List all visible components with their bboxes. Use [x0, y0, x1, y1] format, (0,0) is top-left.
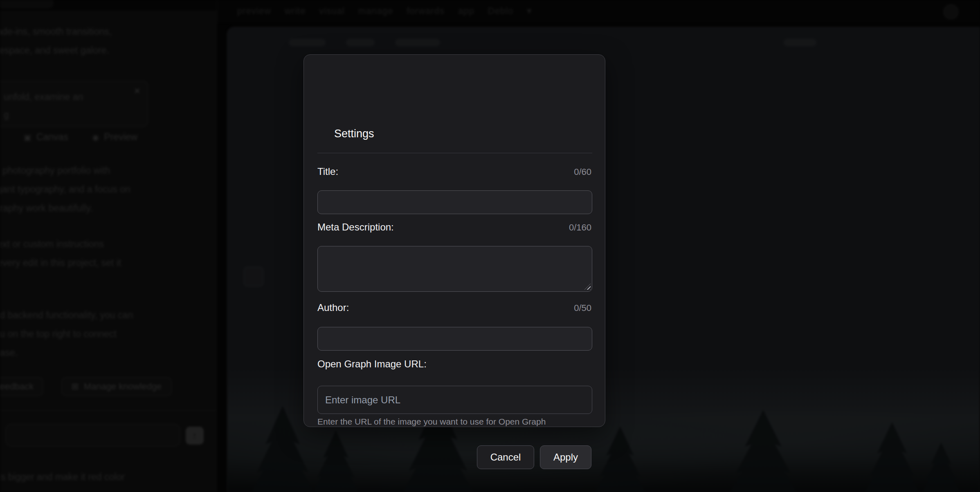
title-char-counter: 0/60: [574, 167, 591, 177]
author-char-counter: 0/50: [574, 303, 591, 313]
og-image-url-input[interactable]: [317, 386, 592, 414]
meta-description-char-counter: 0/160: [569, 222, 591, 233]
meta-description-label: Meta Description:: [317, 221, 394, 233]
apply-button[interactable]: Apply: [540, 445, 591, 469]
author-label: Author:: [317, 302, 349, 313]
title-input[interactable]: [317, 190, 592, 214]
modal-title: Settings: [334, 127, 374, 140]
settings-modal: Settings Title: 0/60 Meta Description: 0…: [303, 54, 605, 427]
og-image-url-helper: Enter the URL of the image you want to u…: [317, 417, 546, 427]
modal-actions: Cancel Apply: [477, 445, 591, 469]
cancel-button[interactable]: Cancel: [477, 445, 534, 469]
app-screen: preview write visual manage forwards app…: [0, 0, 980, 492]
meta-description-textarea[interactable]: [317, 246, 592, 292]
title-label: Title:: [317, 166, 338, 177]
og-image-url-label: Open Graph Image URL:: [317, 358, 427, 370]
modal-divider: [317, 153, 592, 153]
author-input[interactable]: [317, 327, 592, 351]
